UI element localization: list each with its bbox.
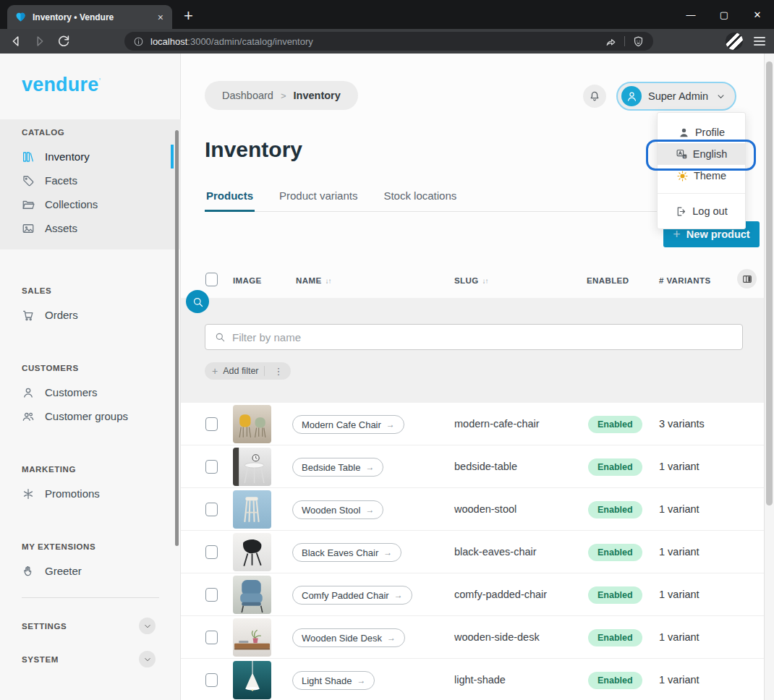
browser-profile-avatar[interactable] [726,33,743,50]
close-button[interactable]: ✕ [741,9,774,20]
sidebar-item-orders[interactable]: Orders [0,303,181,327]
tab-products[interactable]: Products [205,189,255,212]
notifications-button[interactable] [583,85,606,108]
kebab-menu-icon[interactable]: ⋮ [270,366,288,377]
tab-stock-locations[interactable]: Stock locations [382,189,458,212]
arrow-right-icon: → [365,462,374,472]
product-name-link[interactable]: Comfy Padded Chair→ [292,586,412,605]
product-name-link[interactable]: Bedside Table→ [292,458,383,477]
row-checkbox[interactable] [205,588,218,602]
variant-count: 1 variant [659,461,699,472]
sidebar: vendure’ CATALOGInventoryFacetsCollectio… [0,54,181,700]
minimize-button[interactable]: — [674,9,707,20]
bell-icon [588,90,601,103]
users-icon [22,410,35,423]
select-all-checkbox[interactable] [205,273,218,286]
nav-group-my-extensions: MY EXTENSIONSGreeter [0,540,181,583]
table-row: Bedside Table→bedside-tableEnabled1 vari… [181,445,764,488]
back-button-icon[interactable] [8,33,24,49]
product-name-link[interactable]: Light Shade→ [292,671,375,690]
product-thumbnail[interactable] [233,661,271,699]
arrow-right-icon: → [365,505,374,515]
menu-item-profile[interactable]: Profile [658,121,745,143]
expand-button[interactable] [139,618,156,634]
window-controls: — ▢ ✕ [674,0,774,29]
product-thumbnail[interactable] [233,490,271,529]
sidebar-item-customer-groups[interactable]: Customer groups [0,404,181,428]
product-name-link[interactable]: Wooden Stool→ [292,500,383,519]
page-title: Inventory [205,137,302,162]
product-thumbnail[interactable] [233,448,271,486]
menu-item-log-out[interactable]: Log out [658,200,745,222]
nav-group-customers: CUSTOMERSCustomersCustomer groups [0,362,181,428]
column-picker-button[interactable] [737,269,757,289]
search-toggle-button[interactable] [186,290,209,313]
menu-item-english[interactable]: aEnglish [658,143,745,165]
sidebar-item-collections[interactable]: Collections [0,192,181,216]
expand-button[interactable] [139,651,156,667]
vendure-favicon-icon [14,11,27,23]
arrow-right-icon: → [383,547,392,558]
asterisk-icon [22,487,35,500]
product-name-link[interactable]: Modern Cafe Chair→ [292,415,404,434]
sidebar-item-facets[interactable]: Facets [0,168,181,192]
arrow-right-icon: → [386,419,395,430]
sort-icon[interactable]: ↓↑ [325,277,331,285]
filter-by-name-input[interactable] [232,331,733,343]
plus-icon: + [212,365,218,377]
breadcrumb-current: Inventory [294,90,341,101]
product-thumbnail[interactable] [233,533,271,571]
row-checkbox[interactable] [205,545,218,559]
sidebar-item-promotions[interactable]: Promotions [0,482,181,505]
search-icon [192,296,204,308]
hand-icon [22,565,35,578]
browser-tab[interactable]: Inventory • Vendure × [7,5,172,29]
product-thumbnail[interactable] [233,576,271,614]
nav-group-label: MY EXTENSIONS [0,540,181,553]
sidebar-item-inventory[interactable]: Inventory [0,145,181,168]
sort-icon[interactable]: ↓↑ [482,277,488,285]
sidebar-scrollbar-thumb[interactable] [175,130,179,546]
new-tab-button[interactable]: + [184,6,193,26]
reload-button-icon[interactable] [56,33,72,49]
sidebar-item-assets[interactable]: Assets [0,216,181,240]
share-icon[interactable] [605,35,617,48]
maximize-button[interactable]: ▢ [707,9,741,20]
row-checkbox[interactable] [205,631,218,644]
sidebar-item-customers[interactable]: Customers [0,380,181,404]
column-header-name[interactable]: NAME↓↑ [296,276,331,285]
product-slug: modern-cafe-chair [454,418,540,430]
sidebar-item-greeter[interactable]: Greeter [0,559,181,583]
brave-shield-icon[interactable] [632,35,645,48]
add-filter-button[interactable]: + Add filter ⋮ [205,362,291,380]
row-checkbox[interactable] [205,673,218,687]
user-menu-button[interactable]: Super Admin [616,82,736,111]
product-slug: light-shade [454,674,506,686]
arrow-right-icon: → [387,633,396,643]
page-scrollbar-thumb[interactable] [766,61,773,505]
url-bar[interactable]: localhost:3000/admin/catalog/inventory [124,32,653,51]
product-thumbnail[interactable] [233,405,271,443]
breadcrumb-dashboard[interactable]: Dashboard [222,90,273,101]
menu-item-theme[interactable]: Theme [658,165,745,187]
column-header-slug[interactable]: SLUG↓↑ [454,276,488,285]
product-thumbnail[interactable] [233,618,271,657]
row-checkbox[interactable] [205,503,218,516]
status-badge: Enabled [588,672,642,689]
forward-button-icon[interactable] [32,33,48,49]
nav-group-catalog: CATALOGInventoryFacetsCollectionsAssets [0,119,181,249]
product-name-link[interactable]: Black Eaves Chair→ [292,543,401,562]
tab-product-variants[interactable]: Product variants [278,189,359,212]
row-checkbox[interactable] [205,460,218,474]
tab-close-icon[interactable]: × [156,12,165,23]
breadcrumb: Dashboard > Inventory [205,81,358,110]
row-checkbox[interactable] [205,417,218,431]
page-scrollbar[interactable] [764,54,774,700]
sidebar-group-settings[interactable]: SETTINGS [0,614,181,638]
variant-count: 1 variant [659,674,699,686]
sidebar-group-system[interactable]: SYSTEM [0,647,181,671]
product-name-link[interactable]: Wooden Side Desk→ [292,628,405,647]
sidebar-item-label: Orders [45,309,78,321]
site-info-icon[interactable] [133,36,144,47]
browser-menu-icon[interactable] [754,35,765,48]
